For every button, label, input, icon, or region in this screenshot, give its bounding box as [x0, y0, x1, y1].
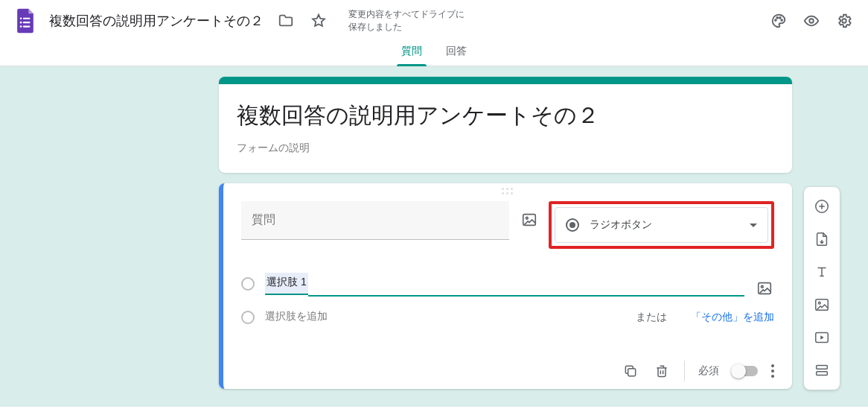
import-questions-icon[interactable]: [808, 226, 835, 253]
svg-point-6: [775, 19, 776, 21]
radio-outline-icon: [241, 311, 255, 324]
radio-outline-icon: [241, 277, 255, 291]
svg-rect-16: [628, 369, 636, 376]
form-description[interactable]: フォームの説明: [237, 142, 774, 155]
svg-point-15: [761, 285, 763, 288]
svg-point-4: [20, 22, 22, 24]
save-status-line1: 変更内容をすべてドライブに: [348, 8, 465, 21]
star-icon[interactable]: [305, 7, 332, 34]
preview-icon[interactable]: [798, 7, 825, 34]
add-option-row: 選択肢を追加 または 「その他」を追加: [241, 302, 774, 332]
question-type-select[interactable]: ラジオボタン: [555, 207, 768, 243]
svg-point-5: [20, 25, 22, 28]
svg-rect-1: [23, 22, 31, 23]
svg-point-3: [20, 17, 22, 19]
question-card[interactable]: 質問 ラジオボタン 選択肢 1: [219, 183, 792, 389]
form-title[interactable]: 複数回答の説明用アンケートその２: [237, 101, 774, 131]
add-image-tool-icon[interactable]: [808, 291, 835, 318]
svg-point-7: [776, 17, 778, 19]
required-label: 必須: [698, 364, 719, 378]
tab-responses[interactable]: 回答: [444, 40, 468, 66]
document-title[interactable]: 複数回答の説明用アンケートその２: [46, 10, 267, 31]
tab-questions[interactable]: 質問: [400, 40, 424, 66]
svg-point-11: [842, 19, 846, 23]
form-title-card[interactable]: 複数回答の説明用アンケートその２ フォームの説明: [219, 77, 792, 173]
svg-point-9: [781, 19, 782, 21]
add-question-icon[interactable]: [808, 193, 835, 220]
type-selector-highlight: ラジオボタン: [549, 201, 774, 249]
palette-icon[interactable]: [765, 7, 792, 34]
side-toolbar: [804, 187, 840, 390]
question-title-input[interactable]: 質問: [241, 201, 509, 240]
add-video-icon[interactable]: [808, 324, 835, 351]
svg-point-13: [526, 217, 528, 219]
radio-icon: [566, 218, 579, 232]
add-section-icon[interactable]: [808, 357, 835, 384]
settings-gear-icon[interactable]: [831, 7, 858, 34]
svg-rect-21: [817, 366, 828, 370]
question-type-label: ラジオボタン: [590, 218, 739, 232]
required-toggle[interactable]: [733, 366, 758, 376]
svg-point-8: [779, 17, 781, 19]
option-image-icon[interactable]: [755, 279, 774, 298]
save-status: 変更内容をすべてドライブに 保存しました: [348, 8, 465, 34]
drag-handle-icon[interactable]: [502, 188, 514, 195]
folder-icon[interactable]: [272, 7, 299, 34]
add-option-input[interactable]: 選択肢を追加: [265, 307, 625, 328]
svg-point-10: [809, 19, 814, 23]
add-title-icon[interactable]: [808, 259, 835, 285]
svg-rect-0: [23, 18, 31, 19]
option-row: 選択肢 1: [241, 265, 774, 302]
or-label: または: [636, 311, 667, 324]
svg-rect-22: [817, 372, 828, 376]
duplicate-icon[interactable]: [622, 362, 639, 380]
option-1-input[interactable]: 選択肢 1: [265, 273, 308, 295]
more-options-icon[interactable]: [771, 364, 774, 378]
divider: [684, 361, 685, 381]
svg-point-19: [818, 302, 820, 304]
add-image-icon[interactable]: [520, 210, 538, 229]
forms-logo[interactable]: [10, 6, 40, 36]
add-other-button[interactable]: 「その他」を追加: [691, 311, 774, 324]
svg-rect-2: [23, 26, 31, 28]
save-status-line2: 保存しました: [348, 21, 465, 34]
chevron-down-icon: [750, 224, 757, 227]
delete-icon[interactable]: [653, 362, 671, 380]
